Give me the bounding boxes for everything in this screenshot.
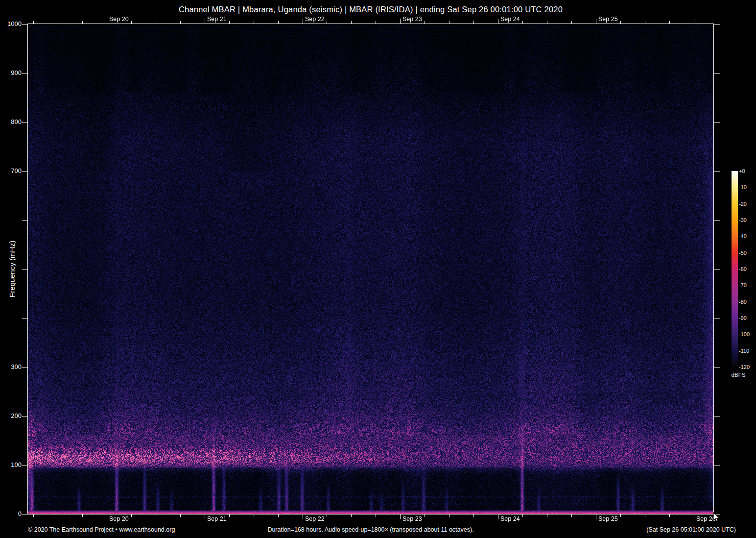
x-axis-tick	[82, 21, 83, 24]
x-axis-tick	[571, 514, 572, 517]
colorbar-tick-label: -50	[739, 249, 747, 256]
spectrogram-page: Channel MBAR | Mbarara, Uganda (seismic)…	[0, 0, 756, 538]
x-axis-tick	[498, 19, 498, 24]
x-axis-tick-label-bottom: Sep 22	[305, 515, 325, 523]
colorbar-tick-label: -60	[739, 266, 747, 272]
x-axis-tick-label-top: Sep 23	[402, 16, 422, 23]
x-axis-tick	[425, 21, 425, 24]
x-axis-tick	[180, 21, 181, 24]
y-axis-tick	[714, 73, 720, 73]
x-axis-tick-label-top: Sep 24	[500, 16, 520, 23]
y-axis-tick	[714, 171, 720, 171]
y-axis-tick-label: 300	[0, 363, 22, 371]
x-axis-tick	[303, 514, 303, 519]
colorbar-tick-label: +0	[739, 168, 745, 174]
x-axis-tick	[522, 514, 523, 517]
x-axis-tick-label-top: Sep 20	[109, 16, 129, 23]
x-axis-tick	[229, 514, 230, 517]
x-axis-tick	[254, 21, 254, 24]
y-axis-tick-label: 900	[0, 69, 22, 77]
y-axis-tick	[714, 465, 720, 465]
colorbar-tick-label: -120	[739, 364, 750, 370]
colorbar-unit-label: dBFS	[730, 372, 747, 378]
colorbar-tick-label: -30	[739, 217, 747, 223]
y-axis-tick	[714, 269, 720, 269]
x-axis-tick	[205, 19, 205, 24]
colorbar-tick-label: -110	[739, 347, 749, 354]
y-axis-tick	[22, 122, 27, 122]
x-axis-tick	[473, 514, 474, 517]
x-axis-tick	[131, 21, 132, 24]
footer-duration: Duration=168 hours. Audio speed-up=1800×…	[28, 526, 713, 533]
y-axis-tick	[22, 24, 27, 24]
y-axis-tick	[714, 122, 720, 122]
y-axis-tick	[714, 318, 720, 318]
x-axis-tick	[694, 19, 694, 24]
y-axis-tick	[22, 465, 27, 465]
x-axis-tick-label-bottom: Sep 20	[109, 515, 129, 523]
x-axis-tick-label-top: Sep 21	[207, 16, 227, 23]
x-axis-tick	[107, 514, 107, 519]
x-axis-tick	[620, 21, 621, 24]
colorbar-tick-label: -100	[739, 331, 750, 338]
x-axis-tick	[58, 514, 58, 517]
x-axis-tick	[669, 514, 670, 517]
y-axis-tick	[22, 416, 27, 416]
y-axis-tick-label: 800	[0, 118, 22, 126]
y-axis-tick	[22, 269, 27, 269]
y-axis-tick	[22, 171, 27, 171]
x-axis-tick-label-bottom: Sep 25	[598, 515, 618, 523]
x-axis-tick	[351, 21, 352, 24]
x-axis-tick	[58, 21, 58, 24]
x-axis-tick	[351, 514, 352, 517]
plot-frame	[27, 24, 714, 514]
x-axis-tick	[645, 21, 645, 24]
x-axis-tick	[376, 21, 376, 24]
y-axis-tick	[22, 318, 27, 318]
footer-timestamp: (Sat Sep 26 05:01:00 2020 UTC)	[646, 526, 736, 533]
y-axis-tick	[714, 367, 720, 367]
x-axis-tick	[156, 514, 156, 517]
x-axis-tick	[33, 514, 34, 517]
y-axis-tick	[714, 220, 720, 220]
x-axis-tick-label-bottom: Sep 21	[207, 515, 227, 523]
y-axis-tick	[714, 416, 720, 416]
colorbar-tick-label: -20	[739, 200, 747, 207]
x-axis-tick	[82, 514, 83, 517]
x-axis-tick	[694, 514, 694, 519]
x-axis-tick-label-bottom: Sep 23	[402, 515, 422, 523]
colorbar-tick-label: -80	[739, 298, 747, 305]
x-axis-tick	[522, 21, 523, 24]
y-axis-tick-label: 700	[0, 167, 22, 175]
x-axis-tick	[180, 514, 181, 517]
y-axis-tick	[22, 367, 27, 367]
x-axis-tick	[156, 21, 156, 24]
y-axis-tick	[22, 514, 27, 514]
x-axis-tick	[571, 21, 572, 24]
x-axis-tick	[547, 21, 547, 24]
y-axis-tick-label: 200	[0, 412, 22, 420]
x-axis-tick	[400, 19, 401, 24]
x-axis-tick	[327, 21, 327, 24]
x-axis-tick	[596, 19, 596, 24]
x-axis-tick	[400, 514, 401, 519]
mouse-cursor-icon	[713, 512, 721, 523]
x-axis-tick	[449, 514, 449, 517]
x-axis-tick	[131, 514, 132, 517]
x-axis-tick	[620, 514, 621, 517]
x-axis-tick	[303, 19, 303, 24]
x-axis-tick	[596, 514, 596, 519]
x-axis-tick	[473, 21, 474, 24]
x-axis-tick	[278, 514, 279, 517]
x-axis-tick-label-bottom: Sep 24	[500, 515, 520, 523]
x-axis-tick	[278, 21, 279, 24]
x-axis-tick-label-top: Sep 22	[305, 16, 325, 23]
y-axis-tick-label: 1000	[0, 20, 22, 28]
y-axis-tick	[714, 24, 720, 24]
x-axis-tick	[33, 21, 34, 24]
x-axis-tick	[645, 514, 645, 517]
colorbar-tick-label: -10	[739, 184, 747, 191]
y-axis-title: Frequency (mHz)	[8, 241, 16, 297]
colorbar-gradient	[732, 171, 738, 367]
x-axis-tick	[449, 21, 449, 24]
